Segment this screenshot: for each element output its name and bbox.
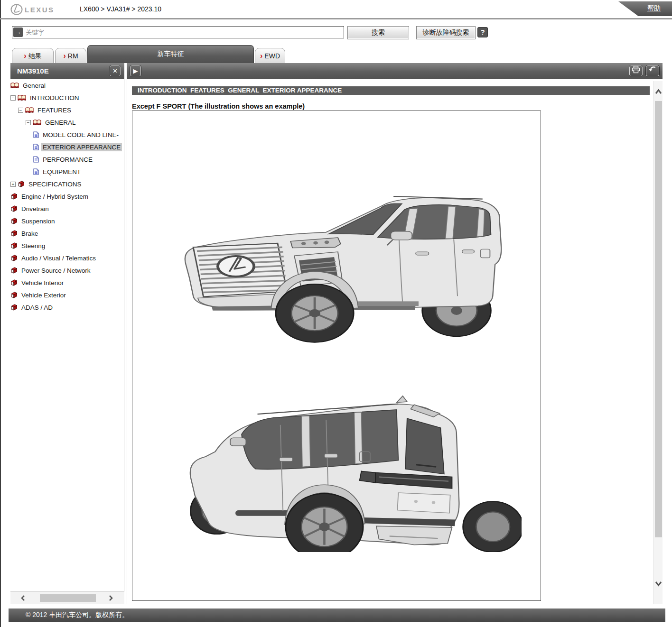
tab-results[interactable]: ›结果 [12, 48, 54, 63]
tree-item-equipment[interactable]: EQUIPMENT [10, 166, 124, 178]
tree-item-power-source[interactable]: Power Source / Network [10, 264, 124, 277]
open-book-icon [33, 119, 41, 126]
tree-item-label[interactable]: Audio / Visual / Telematics [20, 254, 97, 262]
tab-chevron-icon: › [63, 52, 65, 60]
illustration-frame [132, 111, 541, 601]
vertical-scroll-thumb[interactable] [655, 101, 662, 537]
play-icon: ▶ [133, 67, 138, 74]
document-icon [33, 156, 39, 163]
tree-item-label[interactable]: GENERAL [44, 119, 77, 127]
dtc-search-button[interactable]: 诊断故障码搜索 [416, 26, 476, 39]
closed-book-icon [10, 218, 18, 224]
return-button[interactable] [645, 65, 660, 77]
closed-book-icon [10, 279, 18, 286]
closed-book-icon [10, 304, 18, 311]
tree-item-label[interactable]: INTRODUCTION [28, 94, 81, 102]
header-divider [0, 18, 672, 19]
closed-book-icon [10, 292, 18, 298]
tree-item-steering[interactable]: Steering [10, 240, 124, 252]
content-path-header: INTRODUCTION FEATURES GENERAL EXTERIOR A… [132, 86, 650, 95]
search-button[interactable]: 搜索 [347, 26, 409, 39]
close-manual-button[interactable]: ✕ [109, 65, 121, 77]
close-icon: ✕ [112, 67, 118, 74]
tree-item-label[interactable]: Power Source / Network [20, 267, 92, 275]
search-input[interactable] [12, 26, 344, 38]
manual-toolbar: NM3910E ✕ [10, 63, 124, 79]
manual-code: NM3910E [17, 67, 49, 75]
tab-new-car-features[interactable]: 新车特征 [87, 45, 254, 63]
document-icon [33, 131, 39, 138]
tree-item-engine-hybrid[interactable]: Engine / Hybrid System [10, 190, 124, 203]
collapse-expander-icon[interactable]: − [10, 95, 16, 101]
tree-item-label[interactable]: MODEL CODE AND LINE- [41, 131, 120, 139]
tree-item-introduction[interactable]: − INTRODUCTION [10, 92, 124, 104]
content-toolbar: ▶ [127, 63, 663, 79]
closed-book-icon [10, 255, 18, 261]
tree-item-label[interactable]: PERFORMANCE [41, 156, 94, 164]
horizontal-scroll-thumb[interactable] [40, 594, 96, 602]
tree-item-label[interactable]: Steering [20, 242, 47, 250]
tab-rm[interactable]: ›RM [55, 48, 86, 63]
tab-label: 结果 [28, 52, 42, 60]
print-button[interactable] [629, 65, 643, 77]
tree-item-adas-ad[interactable]: ADAS / AD [10, 301, 124, 314]
tree-item-exterior-appearance[interactable]: EXTERIOR APPEARANCE [10, 141, 124, 153]
search-help-icon[interactable]: ? [477, 27, 488, 37]
suv-rear-three-quarter-view [169, 382, 522, 552]
tab-label: 新车特征 [158, 50, 184, 57]
input-arrow-icon: → [13, 28, 23, 37]
window-left-edge [0, 0, 1, 627]
tree-item-model-code[interactable]: MODEL CODE AND LINE- [10, 129, 124, 141]
lexus-logo-text: LEXUS [25, 6, 55, 14]
tree-item-label[interactable]: Vehicle Interior [20, 279, 65, 287]
tree-item-label[interactable]: Drivetrain [20, 205, 50, 213]
tab-label: RM [68, 52, 78, 60]
content-subtitle: Except F SPORT (The illustration shows a… [132, 102, 305, 110]
sidebar-horizontal-scrollbar[interactable] [10, 591, 124, 604]
expand-panel-button[interactable]: ▶ [130, 65, 141, 77]
closed-book-icon [10, 230, 18, 237]
content-vertical-scrollbar[interactable] [653, 81, 663, 604]
tree-item-label[interactable]: Vehicle Exterior [20, 291, 67, 299]
breadcrumb: LX600 > VJA31# > 2023.10 [80, 5, 161, 13]
tree-item-features[interactable]: − FEATURES [10, 104, 124, 116]
tree-item-audio-visual[interactable]: Audio / Visual / Telematics [10, 252, 124, 264]
tree-item-label-selected[interactable]: EXTERIOR APPEARANCE [41, 143, 122, 151]
tree-item-vehicle-interior[interactable]: Vehicle Interior [10, 277, 124, 289]
scroll-right-icon[interactable] [107, 595, 114, 601]
tree-item-label[interactable]: EQUIPMENT [41, 168, 82, 176]
navigation-tree: General − INTRODUCTION − FEATURES − GENE… [10, 79, 124, 591]
closed-book-icon [10, 242, 18, 249]
tree-item-label[interactable]: FEATURES [36, 106, 73, 114]
scroll-up-icon[interactable] [655, 89, 662, 95]
tree-item-label[interactable]: SPECIFICATIONS [27, 180, 83, 188]
tree-item-general[interactable]: − GENERAL [10, 116, 124, 129]
tree-item-suspension[interactable]: Suspension [10, 215, 124, 227]
collapse-expander-icon[interactable]: − [26, 120, 31, 125]
tree-item-general-root[interactable]: General [10, 79, 124, 92]
tab-chevron-icon: › [24, 52, 26, 60]
open-book-icon [10, 82, 19, 89]
open-book-icon [18, 94, 26, 101]
tree-item-label[interactable]: Suspension [20, 217, 56, 225]
tree-item-label[interactable]: General [21, 82, 47, 90]
tree-item-label[interactable]: Engine / Hybrid System [20, 193, 90, 201]
document-icon [33, 144, 39, 150]
tree-item-label[interactable]: ADAS / AD [20, 304, 54, 312]
scroll-down-icon[interactable] [655, 580, 662, 587]
lexus-logo: LEXUS [10, 3, 63, 16]
help-button[interactable]: 帮助 [618, 1, 672, 16]
tree-item-brake[interactable]: Brake [10, 227, 124, 240]
tree-item-performance[interactable]: PERFORMANCE [10, 153, 124, 166]
expand-expander-icon[interactable]: + [10, 182, 16, 187]
suv-front-three-quarter-view [156, 181, 518, 346]
tree-item-vehicle-exterior[interactable]: Vehicle Exterior [10, 289, 124, 301]
tree-item-specifications[interactable]: + SPECIFICATIONS [10, 178, 124, 190]
scroll-left-icon[interactable] [20, 595, 27, 601]
tree-item-label[interactable]: Brake [20, 230, 39, 238]
tree-item-drivetrain[interactable]: Drivetrain [10, 203, 124, 215]
tab-ewd[interactable]: ›EWD [255, 48, 285, 63]
collapse-expander-icon[interactable]: − [18, 108, 23, 113]
tab-chevron-icon: › [260, 52, 262, 60]
closed-book-icon [10, 267, 18, 274]
